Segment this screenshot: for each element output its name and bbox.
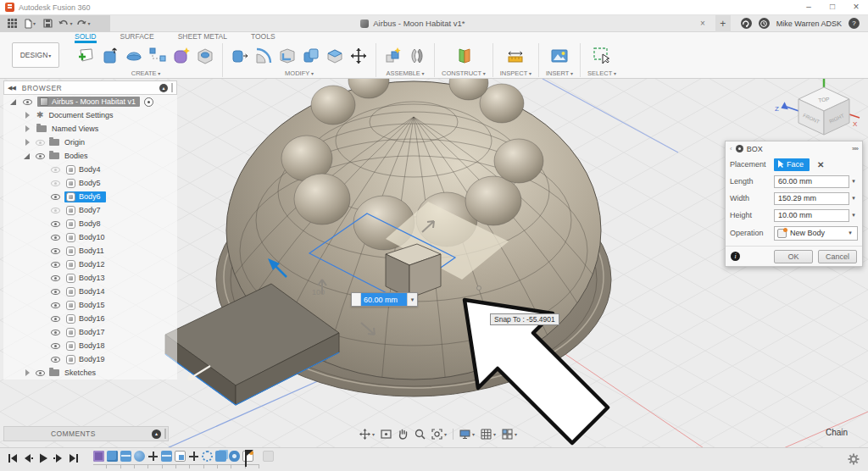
- folder-label[interactable]: Document Settings: [47, 110, 118, 120]
- tab-tools[interactable]: TOOLS: [251, 32, 275, 43]
- folder-label[interactable]: Named Views: [50, 124, 103, 134]
- step-forward-icon[interactable]: [53, 452, 64, 463]
- look-at-icon[interactable]: [381, 429, 392, 440]
- display-settings-icon[interactable]: [459, 429, 475, 440]
- group-label-inspect[interactable]: INSPECT: [500, 69, 531, 77]
- body-name[interactable]: Body8: [79, 219, 101, 228]
- create-form-icon[interactable]: [171, 46, 192, 66]
- fit-icon[interactable]: [431, 429, 447, 440]
- browser-row-body[interactable]: Body19: [3, 352, 177, 366]
- job-status-icon[interactable]: [741, 18, 752, 29]
- group-label-create[interactable]: CREATE: [131, 69, 161, 77]
- browser-row-body-selected[interactable]: Body6: [3, 190, 177, 203]
- skip-to-start-icon[interactable]: [7, 452, 18, 463]
- visibility-eye-icon[interactable]: [51, 262, 60, 268]
- body-name[interactable]: Body19: [79, 355, 105, 363]
- width-input[interactable]: 150.29 mm: [774, 192, 849, 205]
- operation-select[interactable]: New Body: [774, 226, 858, 241]
- new-component-icon[interactable]: [383, 46, 403, 66]
- timeline-shell-feature-icon[interactable]: [120, 451, 131, 462]
- hole-icon[interactable]: [195, 46, 215, 66]
- group-label-select[interactable]: SELECT: [587, 69, 616, 77]
- timeline-torus-feature-icon[interactable]: [229, 451, 240, 462]
- group-label-construct[interactable]: CONSTRUCT: [442, 69, 486, 77]
- fillet-icon[interactable]: [253, 46, 274, 66]
- timeline-settings-gear-icon[interactable]: [848, 453, 860, 467]
- visibility-eye-icon[interactable]: [51, 275, 60, 281]
- body-name[interactable]: Body15: [79, 301, 105, 309]
- shell-icon[interactable]: [277, 46, 298, 66]
- body-name[interactable]: Body7: [79, 206, 101, 214]
- dialog-pin-icon[interactable]: [852, 145, 858, 152]
- orbit-icon[interactable]: [359, 429, 375, 440]
- select-icon[interactable]: [592, 46, 612, 66]
- body-name[interactable]: Body14: [79, 287, 105, 296]
- play-icon[interactable]: [37, 452, 48, 463]
- length-input[interactable]: 60.00 mm: [774, 175, 849, 188]
- visibility-eye-icon[interactable]: [36, 140, 45, 146]
- browser-row-body[interactable]: Body11: [3, 244, 177, 258]
- browser-row-body[interactable]: Body5: [3, 176, 177, 190]
- save-icon[interactable]: [41, 17, 55, 30]
- move-copy-icon[interactable]: [348, 46, 369, 66]
- undo-icon[interactable]: [58, 17, 73, 30]
- visibility-eye-icon[interactable]: [51, 357, 60, 363]
- sweep-icon[interactable]: [147, 46, 168, 66]
- dimension-value[interactable]: 60.00 mm: [361, 293, 407, 306]
- visibility-eye-icon[interactable]: [51, 167, 60, 173]
- timeline-extrude-feature-icon[interactable]: [107, 451, 118, 462]
- browser-row-body[interactable]: Body13: [3, 271, 177, 285]
- collapsed-triangle-icon[interactable]: [25, 139, 30, 146]
- user-account-name[interactable]: Mike Warren ADSK: [776, 19, 842, 28]
- group-label-insert[interactable]: INSERT: [546, 69, 573, 77]
- create-sketch-icon[interactable]: [76, 46, 97, 66]
- browser-collapse-icon[interactable]: [8, 85, 15, 91]
- visibility-eye-icon[interactable]: [51, 330, 60, 335]
- body-name[interactable]: Body5: [79, 179, 101, 187]
- height-input[interactable]: 10.00 mm: [774, 209, 849, 222]
- group-label-modify[interactable]: MODIFY: [285, 69, 314, 77]
- ok-button[interactable]: OK: [774, 250, 813, 263]
- placement-face-chip[interactable]: Face: [774, 158, 810, 171]
- joint-icon[interactable]: [407, 46, 427, 66]
- group-label-assemble[interactable]: ASSEMBLE: [386, 69, 424, 77]
- cancel-button[interactable]: Cancel: [818, 250, 857, 263]
- visibility-eye-icon[interactable]: [51, 289, 60, 295]
- view-cube[interactable]: Z X TOP FRONT RIGHT: [768, 79, 861, 145]
- browser-row-origin[interactable]: Origin: [3, 136, 177, 149]
- maximize-button[interactable]: [821, 0, 844, 14]
- skip-to-end-icon[interactable]: [68, 452, 79, 463]
- visibility-eye-icon[interactable]: [51, 194, 60, 200]
- browser-row-sketches[interactable]: Sketches: [3, 366, 177, 380]
- timeline-form-feature-icon[interactable]: [93, 451, 104, 462]
- collapsed-triangle-icon[interactable]: [25, 369, 30, 376]
- step-back-icon[interactable]: [22, 452, 33, 463]
- viewports-icon[interactable]: [502, 429, 517, 440]
- body-name[interactable]: Body18: [79, 341, 105, 350]
- width-dropdown-icon[interactable]: [849, 195, 858, 202]
- timeline-playhead[interactable]: [245, 450, 247, 467]
- redo-icon[interactable]: [76, 17, 91, 30]
- browser-row-body[interactable]: Body4: [3, 163, 177, 176]
- timeline-boundary-fill-feature-icon[interactable]: [175, 451, 186, 462]
- timeline-move-feature-icon[interactable]: [147, 451, 159, 462]
- collapsed-triangle-icon[interactable]: [25, 125, 30, 132]
- body-name[interactable]: Body11: [79, 247, 104, 255]
- tab-sheet-metal[interactable]: SHEET METAL: [178, 32, 227, 43]
- timeline-circular-pattern-feature-icon[interactable]: [202, 451, 213, 462]
- visibility-eye-icon[interactable]: [51, 235, 60, 241]
- browser-row-body[interactable]: Body18: [3, 339, 177, 352]
- app-grid-icon[interactable]: [5, 17, 19, 30]
- visibility-eye-icon[interactable]: [51, 208, 60, 213]
- body-name[interactable]: Body10: [79, 233, 105, 241]
- visibility-eye-icon[interactable]: [51, 343, 60, 349]
- body-name[interactable]: Body4: [79, 165, 101, 174]
- root-document-item[interactable]: Airbus - Moon Habitat v1: [37, 97, 140, 107]
- timeline-ruler[interactable]: [93, 464, 259, 468]
- browser-row-body[interactable]: Body15: [3, 298, 177, 312]
- visibility-eye-icon[interactable]: [51, 180, 60, 186]
- minimize-button[interactable]: [797, 0, 821, 14]
- browser-row-body[interactable]: Body7: [3, 203, 177, 217]
- browser-row-body[interactable]: Body16: [3, 312, 177, 325]
- comments-grip-handle[interactable]: [164, 429, 166, 439]
